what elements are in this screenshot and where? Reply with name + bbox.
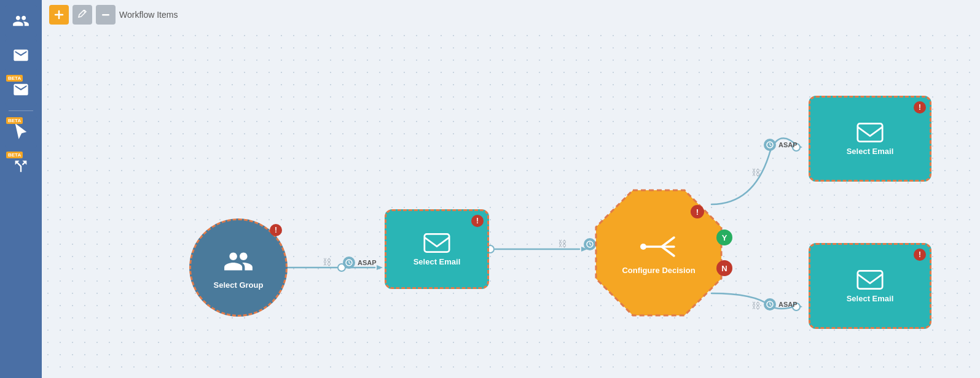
configure-decision-label: Configure Decision xyxy=(622,266,695,275)
pencil-icon xyxy=(77,10,87,20)
svg-rect-20 xyxy=(858,123,882,141)
asap-label-1: ASAP xyxy=(343,256,377,269)
asap-label-3: ASAP xyxy=(764,139,798,151)
select-email-bottom-error: ! xyxy=(914,249,926,261)
sidebar-item-group[interactable] xyxy=(5,5,37,37)
no-badge: N xyxy=(716,260,732,276)
select-email-bottom-node[interactable]: ! Select Email xyxy=(809,243,931,329)
svg-point-19 xyxy=(640,244,646,250)
beta-badge-1: BETA xyxy=(6,75,23,82)
select-group-label: Select Group xyxy=(214,280,264,290)
select-email-top-node[interactable]: ! Select Email xyxy=(809,96,931,182)
select-email-main-error: ! xyxy=(471,215,484,227)
select-email-main-shape: ! Select Email xyxy=(385,209,489,289)
svg-rect-17 xyxy=(425,234,449,252)
select-email-main-label: Select Email xyxy=(414,257,461,266)
group-icon xyxy=(12,12,29,29)
configure-decision-error: ! xyxy=(691,205,704,218)
select-email-top-error: ! xyxy=(914,101,926,114)
toolbar-title: Workflow Items xyxy=(119,10,178,20)
edit-button[interactable] xyxy=(73,5,92,25)
group-node-icon xyxy=(223,246,254,277)
beta-badge-3: BETA xyxy=(6,152,23,158)
select-group-shape: ! Select Group xyxy=(189,218,288,317)
svg-rect-0 xyxy=(102,14,109,16)
sidebar-item-beta-split[interactable]: BETA xyxy=(5,150,37,182)
sidebar: BETA BETA BETA xyxy=(0,0,42,378)
yes-badge: Y xyxy=(716,230,732,245)
toolbar: Workflow Items xyxy=(42,0,980,29)
svg-text:⛓: ⛓ xyxy=(323,257,331,267)
add-button[interactable] xyxy=(49,5,69,25)
select-email-bottom-shape: ! Select Email xyxy=(809,243,931,329)
select-email-main-node[interactable]: ! Select Email xyxy=(385,209,489,289)
sidebar-item-email[interactable] xyxy=(5,39,37,71)
plus-icon xyxy=(54,10,64,20)
sidebar-divider xyxy=(9,110,33,111)
svg-text:⛓: ⛓ xyxy=(751,301,760,310)
select-group-error: ! xyxy=(270,224,282,236)
svg-text:⛓: ⛓ xyxy=(558,239,566,249)
sidebar-item-beta-cursor[interactable]: BETA xyxy=(5,116,37,148)
cursor-icon xyxy=(12,123,29,141)
main-content: Workflow Items xyxy=(42,0,980,378)
app-container: BETA BETA BETA xyxy=(0,0,980,378)
svg-text:⛓: ⛓ xyxy=(751,168,760,177)
beta-email-icon xyxy=(12,81,29,98)
email-icon xyxy=(12,47,29,64)
workflow-canvas[interactable]: ⛓ ⛓ ⛓ ⛓ ASAP ASAP xyxy=(42,29,980,378)
email-top-icon xyxy=(857,122,884,143)
minus-button[interactable] xyxy=(96,5,116,25)
split-icon xyxy=(12,158,29,175)
email-main-icon xyxy=(423,233,450,253)
select-email-bottom-label: Select Email xyxy=(847,294,894,303)
select-group-node[interactable]: ! Select Group xyxy=(189,218,288,317)
select-email-top-label: Select Email xyxy=(847,147,894,156)
sidebar-item-beta-email[interactable]: BETA xyxy=(5,74,37,106)
svg-rect-21 xyxy=(858,271,882,288)
asap-label-4: ASAP xyxy=(764,298,798,310)
beta-badge-2: BETA xyxy=(6,117,23,124)
decision-icon xyxy=(640,231,677,262)
svg-marker-1 xyxy=(377,265,383,270)
select-email-top-shape: ! Select Email xyxy=(809,96,931,182)
configure-decision-node[interactable]: ! Configure Decision Y N xyxy=(594,188,724,318)
email-bottom-icon xyxy=(857,269,884,290)
minus-icon xyxy=(102,14,109,16)
